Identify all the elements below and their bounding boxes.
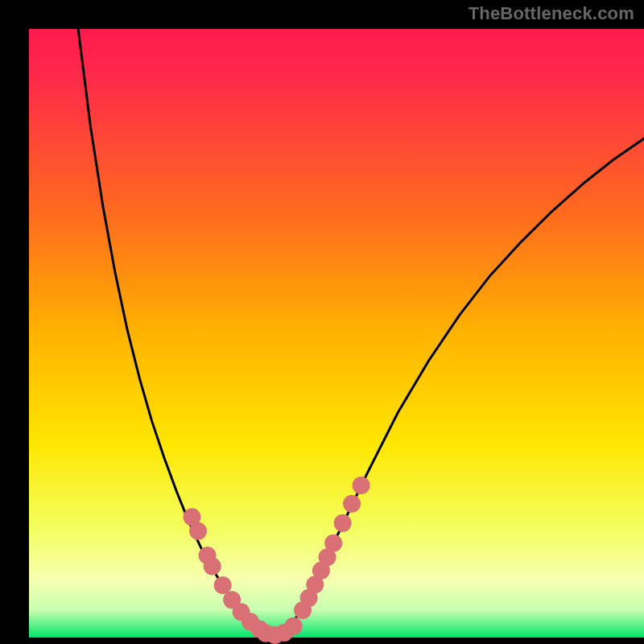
scatter-dot (353, 477, 370, 494)
scatter-dot (204, 558, 221, 576)
scatter-dot (343, 495, 361, 513)
scatter-dot (324, 535, 342, 552)
scatter-dot (189, 522, 207, 540)
scatter-dot (334, 514, 352, 532)
chart-frame: TheBottleneck.com (0, 0, 644, 644)
scatter-dot (285, 617, 303, 635)
chart-canvas (0, 0, 644, 644)
watermark-text: TheBottleneck.com (469, 3, 634, 24)
scatter-dot (214, 576, 232, 594)
